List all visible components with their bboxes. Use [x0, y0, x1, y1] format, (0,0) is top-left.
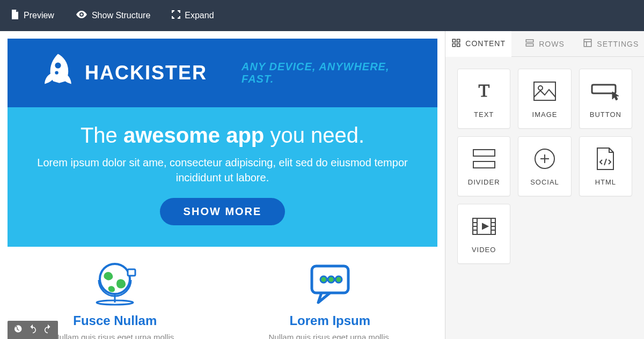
- show-structure-button[interactable]: Show Structure: [76, 11, 150, 20]
- headline-bold: awesome app: [123, 123, 264, 147]
- feature-title: Lorem Ipsum: [233, 313, 427, 328]
- block-html[interactable]: HTML: [579, 136, 632, 196]
- rows-icon: [525, 38, 535, 49]
- hero-paragraph: Lorem ipsum dolor sit ame, consecteur ad…: [29, 155, 416, 185]
- tab-content[interactable]: CONTENT: [445, 31, 511, 57]
- cta-button[interactable]: SHOW MORE: [160, 198, 286, 225]
- button-icon: [591, 79, 620, 103]
- svg-rect-16: [526, 44, 533, 47]
- feature-card: Lorem Ipsum Nullam quis risus eget urna …: [223, 247, 438, 339]
- block-text[interactable]: T TEXT: [457, 69, 510, 129]
- svg-point-10: [335, 276, 342, 283]
- block-social[interactable]: SOCIAL: [518, 136, 571, 196]
- eye-icon: [76, 11, 87, 20]
- svg-rect-15: [526, 40, 533, 42]
- history-toolbar: [8, 321, 58, 339]
- html-icon: [595, 147, 616, 171]
- undo-icon[interactable]: [28, 324, 38, 336]
- block-label: HTML: [595, 178, 616, 186]
- block-video[interactable]: VIDEO: [457, 204, 510, 264]
- globe-icon: [18, 256, 212, 310]
- svg-point-9: [328, 276, 334, 283]
- svg-point-0: [80, 13, 83, 16]
- svg-rect-26: [473, 161, 495, 168]
- chat-icon: [233, 256, 427, 310]
- tab-label: CONTENT: [465, 39, 506, 48]
- redo-icon[interactable]: [43, 324, 53, 336]
- feature-row: Fusce Nullam Nullam quis risus eget urna…: [8, 247, 437, 339]
- history-icon[interactable]: [13, 324, 23, 336]
- preview-label: Preview: [24, 11, 54, 20]
- svg-point-22: [538, 86, 543, 90]
- tab-settings[interactable]: SETTINGS: [578, 31, 644, 57]
- block-label: BUTTON: [590, 110, 621, 119]
- block-label: SOCIAL: [530, 178, 559, 186]
- svg-rect-21: [534, 82, 555, 100]
- svg-text:T: T: [478, 80, 489, 100]
- svg-rect-14: [457, 43, 460, 46]
- block-label: VIDEO: [472, 246, 496, 254]
- rocket-icon: [34, 50, 77, 95]
- block-label: IMAGE: [532, 110, 558, 119]
- svg-point-1: [55, 62, 61, 68]
- expand-icon: [172, 10, 180, 21]
- block-image[interactable]: IMAGE: [518, 69, 571, 129]
- brand-name: HACKISTER: [85, 62, 207, 84]
- svg-point-5: [100, 264, 130, 294]
- divider-icon: [472, 147, 496, 171]
- hero-body: The awesome app you need. Lorem ipsum do…: [8, 107, 437, 247]
- svg-rect-13: [453, 43, 456, 46]
- headline: The awesome app you need.: [29, 123, 416, 148]
- svg-point-2: [55, 71, 58, 74]
- text-icon: T: [473, 79, 495, 103]
- side-panel: CONTENT ROWS SETTINGS T TEXT: [445, 31, 644, 339]
- headline-post: you need.: [264, 123, 364, 147]
- email-canvas[interactable]: HACKISTER ANY DEVICE, ANYWHERE, FAST. Th…: [8, 39, 437, 339]
- content-blocks: T TEXT IMAGE BUTTON DIVIDER: [445, 57, 644, 276]
- topbar: Preview Show Structure Expand: [0, 0, 644, 31]
- svg-rect-6: [128, 269, 135, 276]
- preview-button[interactable]: Preview: [11, 10, 54, 21]
- svg-rect-11: [453, 39, 456, 42]
- hero-header: HACKISTER ANY DEVICE, ANYWHERE, FAST.: [8, 39, 437, 107]
- svg-rect-25: [473, 150, 495, 156]
- expand-button[interactable]: Expand: [172, 10, 214, 21]
- social-icon: [534, 147, 555, 171]
- page-icon: [11, 10, 19, 21]
- svg-point-8: [320, 276, 327, 283]
- canvas-wrap: HACKISTER ANY DEVICE, ANYWHERE, FAST. Th…: [0, 31, 445, 339]
- tab-label: ROWS: [539, 40, 565, 48]
- feature-sub: Nullam quis risus eget urna mollis.: [233, 333, 427, 339]
- main-area: HACKISTER ANY DEVICE, ANYWHERE, FAST. Th…: [0, 31, 644, 339]
- tagline: ANY DEVICE, ANYWHERE, FAST.: [241, 61, 411, 85]
- structure-label: Show Structure: [92, 11, 150, 20]
- video-icon: [472, 215, 496, 238]
- settings-icon: [583, 38, 592, 49]
- image-icon: [533, 79, 557, 103]
- block-divider[interactable]: DIVIDER: [457, 136, 510, 196]
- panel-tabs: CONTENT ROWS SETTINGS: [445, 31, 644, 57]
- headline-pre: The: [80, 123, 123, 147]
- expand-label: Expand: [185, 11, 214, 20]
- grid-icon: [451, 38, 461, 49]
- tab-label: SETTINGS: [597, 40, 639, 48]
- block-label: TEXT: [474, 110, 494, 119]
- brand: HACKISTER: [34, 50, 207, 95]
- block-label: DIVIDER: [468, 178, 500, 186]
- svg-rect-17: [584, 39, 592, 47]
- tab-rows[interactable]: ROWS: [511, 31, 577, 57]
- block-button[interactable]: BUTTON: [579, 69, 632, 129]
- svg-rect-24: [592, 85, 615, 93]
- svg-rect-12: [457, 39, 460, 42]
